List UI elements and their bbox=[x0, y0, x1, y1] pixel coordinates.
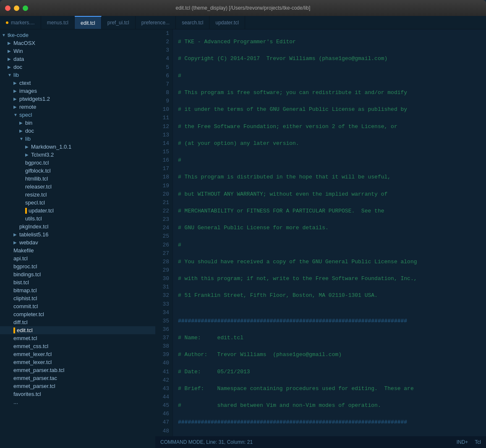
tree-item-label: htmllib.tcl bbox=[25, 176, 48, 182]
tree-item-label: cliphist.tcl bbox=[13, 295, 37, 301]
no-arrow bbox=[19, 168, 25, 173]
expand-arrow: ▶ bbox=[8, 65, 13, 69]
tree-item-bitmap[interactable]: bitmap.tcl bbox=[0, 286, 155, 294]
tab-updater[interactable]: updater.tcl bbox=[209, 16, 245, 29]
tab-preference[interactable]: preference... bbox=[136, 16, 176, 29]
tree-item-more[interactable]: ... bbox=[0, 398, 155, 406]
tree-item-specl-tcl[interactable]: specl.tcl bbox=[0, 199, 155, 207]
tree-item-updater-specl[interactable]: updater.tcl bbox=[0, 207, 155, 215]
tree-item-label: emmet_parser.tcl bbox=[13, 383, 55, 389]
no-arrow bbox=[8, 320, 13, 325]
tree-item-bist[interactable]: bist.tcl bbox=[0, 278, 155, 286]
tree-item-emmet-parser-tac[interactable]: emmet_parser.tac bbox=[0, 374, 155, 382]
tree-item-emmet-parser[interactable]: emmet_parser.tcl bbox=[0, 382, 155, 390]
tree-root[interactable]: ▼ tke-code bbox=[0, 31, 155, 39]
maximize-button[interactable] bbox=[23, 5, 28, 11]
tree-item-lib[interactable]: ▼ lib bbox=[0, 71, 155, 79]
no-arrow bbox=[8, 256, 13, 261]
tree-item-resize[interactable]: resize.tcl bbox=[0, 191, 155, 199]
tree-item-utils[interactable]: utils.tcl bbox=[0, 215, 155, 223]
no-arrow bbox=[8, 312, 13, 317]
command-mode-label: COMMAND MODE, Line: 31, Column: 21 bbox=[160, 439, 253, 445]
tree-item-bgproc-specl[interactable]: bgproc.tcl bbox=[0, 159, 155, 167]
tree-item-bindings[interactable]: bindings.tcl bbox=[0, 270, 155, 278]
language-indicator: Tcl bbox=[475, 439, 481, 445]
tree-item-win[interactable]: ▶ Win bbox=[0, 47, 155, 55]
tree-item-tclxml[interactable]: ▶ Tclxml3.2 bbox=[0, 151, 155, 159]
tree-item-cliphist[interactable]: cliphist.tcl bbox=[0, 294, 155, 302]
tree-item-label: Makefile bbox=[13, 247, 34, 254]
no-arrow bbox=[8, 304, 13, 309]
no-arrow bbox=[19, 160, 25, 165]
tab-menus[interactable]: menus.tcl bbox=[41, 16, 75, 29]
tree-item-tablelist[interactable]: ▶ tablelist5.16 bbox=[0, 231, 155, 238]
tree-item-remote[interactable]: ▶ remote bbox=[0, 103, 155, 111]
tree-item-markdown[interactable]: ▶ Markdown_1.0.1 bbox=[0, 143, 155, 151]
tree-item-bin[interactable]: ▶ bin bbox=[0, 119, 155, 127]
tree-item-lib2[interactable]: ▼ lib bbox=[0, 135, 155, 143]
expand-arrow: ▶ bbox=[19, 121, 25, 125]
expand-arrow: ▶ bbox=[13, 105, 19, 109]
tree-item-label: releaser.tcl bbox=[25, 183, 52, 190]
tab-markers[interactable]: markers.... bbox=[0, 16, 41, 29]
tab-bar: markers.... menus.tcl edit.tcl pref_ui.t… bbox=[0, 16, 486, 29]
tree-item-label: tke-code bbox=[8, 32, 29, 38]
tree-item-label: Markdown_1.0.1 bbox=[31, 144, 71, 150]
tree-item-specl[interactable]: ▼ specl bbox=[0, 111, 155, 119]
tree-item-label: images bbox=[19, 88, 37, 94]
tree-item-label: resize.tcl bbox=[25, 191, 47, 198]
tree-item-makefile[interactable]: Makefile bbox=[0, 246, 155, 254]
tree-item-pkgindex[interactable]: pkgIndex.tcl bbox=[0, 223, 155, 231]
tree-item-macosx[interactable]: ▶ MacOSX bbox=[0, 39, 155, 47]
collapse-arrow: ▼ bbox=[8, 73, 13, 77]
tree-item-bgproc[interactable]: bgproc.tcl bbox=[0, 262, 155, 270]
no-arrow bbox=[8, 376, 13, 380]
tree-item-emmet-parser-tab[interactable]: emmet_parser.tab.tcl bbox=[0, 366, 155, 374]
tab-modified-dot bbox=[6, 21, 8, 24]
tree-item-label: MacOSX bbox=[13, 40, 35, 46]
tree-item-diff[interactable]: diff.tcl bbox=[0, 318, 155, 326]
minimize-button[interactable] bbox=[14, 5, 19, 11]
tree-item-api[interactable]: api.tcl bbox=[0, 254, 155, 262]
tree-item-data[interactable]: ▶ data bbox=[0, 55, 155, 63]
file-tree[interactable]: ▼ tke-code ▶ MacOSX ▶ Win ▶ data ▶ d bbox=[0, 29, 155, 448]
tree-item-emmet[interactable]: emmet.tcl bbox=[0, 334, 155, 342]
tree-item-ptwidgets[interactable]: ▶ ptwidgets1.2 bbox=[0, 95, 155, 103]
code-content[interactable]: # TKE - Advanced Programmer's Editor # C… bbox=[173, 29, 486, 436]
tree-item-label: bitmap.tcl bbox=[13, 287, 37, 293]
tree-item-doc2[interactable]: ▶ doc bbox=[0, 127, 155, 135]
tab-label: edit.tcl bbox=[81, 20, 95, 26]
tree-item-label: ptwidgets1.2 bbox=[19, 96, 50, 102]
code-editor[interactable]: 1 2 3 4 5 6 7 8 9 10 11 12 13 14 15 16 1 bbox=[155, 29, 486, 436]
no-arrow bbox=[8, 392, 13, 396]
tree-item-favorites[interactable]: favorites.tcl bbox=[0, 390, 155, 398]
tree-item-emmet-lexer-fcl[interactable]: emmet_lexer.fcl bbox=[0, 350, 155, 358]
window-controls[interactable] bbox=[5, 5, 28, 11]
tree-item-gifblock[interactable]: gifblock.tcl bbox=[0, 167, 155, 175]
tree-item-ctext[interactable]: ▶ ctext bbox=[0, 79, 155, 87]
tree-item-label: bindings.tcl bbox=[13, 271, 41, 278]
tab-search[interactable]: search.tcl bbox=[176, 16, 209, 29]
tree-item-commit[interactable]: commit.tcl bbox=[0, 302, 155, 310]
tree-item-edit[interactable]: edit.tcl bbox=[0, 326, 155, 334]
tree-item-images[interactable]: ▶ images bbox=[0, 87, 155, 95]
tree-item-releaser[interactable]: releaser.tcl bbox=[0, 183, 155, 191]
expand-arrow: ▶ bbox=[25, 152, 31, 157]
tree-item-doc[interactable]: ▶ doc bbox=[0, 63, 155, 71]
expand-arrow: ▶ bbox=[19, 128, 25, 133]
tree-item-emmet-lexer[interactable]: emmet_lexer.tcl bbox=[0, 358, 155, 366]
file-marker bbox=[25, 208, 27, 214]
tab-label: search.tcl bbox=[182, 20, 203, 26]
no-arrow bbox=[8, 360, 13, 364]
tree-item-htmllib[interactable]: htmllib.tcl bbox=[0, 175, 155, 183]
tab-edit[interactable]: edit.tcl bbox=[75, 16, 102, 29]
tab-pref-ui[interactable]: pref_ui.tcl bbox=[102, 16, 136, 29]
expand-arrow: ▶ bbox=[13, 240, 19, 245]
window-title: edit.tcl (theme_display) [/Users/trevorw… bbox=[176, 5, 311, 11]
tree-item-emmet-css[interactable]: emmet_css.tcl bbox=[0, 342, 155, 350]
tree-item-completer[interactable]: completer.tcl bbox=[0, 310, 155, 318]
no-arrow bbox=[8, 280, 13, 285]
tree-item-webdav[interactable]: ▶ webdav bbox=[0, 238, 155, 246]
close-button[interactable] bbox=[5, 5, 10, 11]
expand-arrow: ▶ bbox=[8, 57, 13, 61]
